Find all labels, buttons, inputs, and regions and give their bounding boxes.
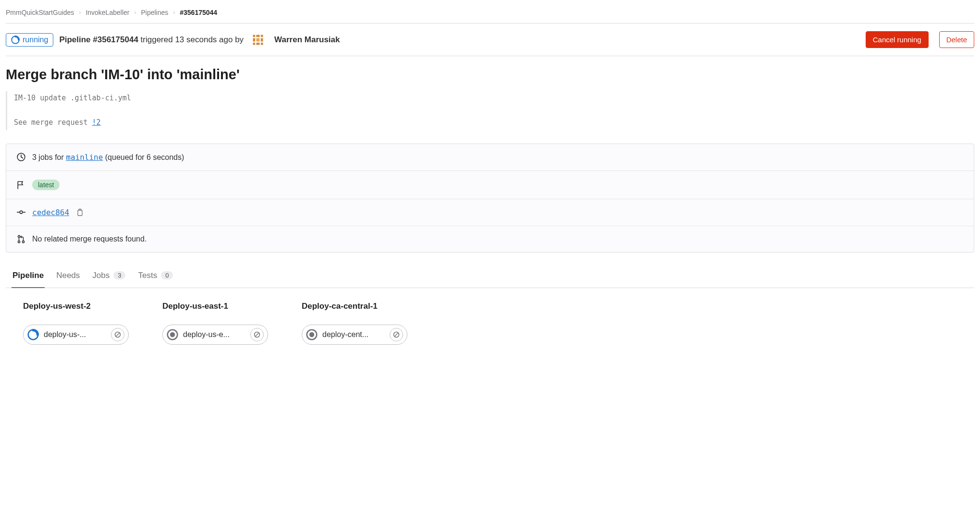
breadcrumb-item[interactable]: InvokeLabeller xyxy=(86,9,129,16)
svg-line-25 xyxy=(256,333,259,336)
commit-body-line: See merge request !2 xyxy=(14,117,974,129)
commit-row: cedec864 xyxy=(6,199,974,226)
merge-request-icon xyxy=(17,235,25,243)
breadcrumb-separator: › xyxy=(134,9,136,16)
job-name: deploy-us-... xyxy=(44,330,106,339)
job-pill[interactable]: deploy-cent... xyxy=(302,325,407,345)
cancel-job-icon[interactable] xyxy=(111,328,124,341)
cancel-job-icon[interactable] xyxy=(390,328,403,341)
breadcrumb-separator: › xyxy=(173,9,175,16)
svg-point-27 xyxy=(309,332,314,337)
commit-sha-link[interactable]: cedec864 xyxy=(32,208,69,217)
job-name: deploy-us-e... xyxy=(183,330,245,339)
branch-link[interactable]: mainline xyxy=(66,153,103,162)
pipeline-stages: Deploy-us-west-2 deploy-us-... Deploy-us… xyxy=(6,288,974,358)
avatar[interactable] xyxy=(251,33,265,47)
tab-tests[interactable]: Tests 0 xyxy=(137,264,174,288)
breadcrumb-item[interactable]: Pipelines xyxy=(141,9,168,16)
tabs: Pipeline Needs Jobs 3 Tests 0 xyxy=(6,264,974,288)
svg-point-23 xyxy=(170,332,175,337)
running-icon xyxy=(11,36,20,44)
stage-name: Deploy-ca-central-1 xyxy=(302,302,407,311)
pipeline-info-well: 3 jobs for mainline (queued for 6 second… xyxy=(6,144,974,253)
pipeline-title: Pipeline #356175044 triggered 13 seconds… xyxy=(59,35,244,45)
breadcrumb-current: #356175044 xyxy=(180,9,217,16)
delete-button[interactable]: Delete xyxy=(939,31,974,48)
tab-pipeline[interactable]: Pipeline xyxy=(12,264,45,288)
tab-needs[interactable]: Needs xyxy=(55,264,81,288)
svg-point-17 xyxy=(18,241,20,242)
clock-icon xyxy=(17,153,25,161)
svg-rect-8 xyxy=(253,42,256,45)
stage-column: Deploy-ca-central-1 deploy-cent... xyxy=(302,302,407,345)
stage-name: Deploy-us-west-2 xyxy=(23,302,129,311)
breadcrumb-separator: › xyxy=(79,9,81,16)
svg-point-12 xyxy=(20,211,23,214)
commit-description: IM-10 update .gitlab-ci.yml See merge re… xyxy=(6,91,974,130)
cancel-job-icon[interactable] xyxy=(250,328,264,341)
svg-rect-15 xyxy=(78,210,82,216)
copy-icon[interactable] xyxy=(76,208,84,216)
tags-row: latest xyxy=(6,171,974,199)
svg-rect-9 xyxy=(257,42,260,45)
jobs-info-row: 3 jobs for mainline (queued for 6 second… xyxy=(6,144,974,171)
stage-column: Deploy-us-west-2 deploy-us-... xyxy=(23,302,129,345)
svg-point-18 xyxy=(22,241,24,242)
merge-request-link[interactable]: !2 xyxy=(92,118,101,127)
author-name[interactable]: Warren Marusiak xyxy=(274,35,340,45)
pipeline-header: running Pipeline #356175044 triggered 13… xyxy=(6,24,974,56)
svg-rect-4 xyxy=(261,35,263,37)
svg-rect-6 xyxy=(257,38,260,41)
pending-icon xyxy=(167,329,178,340)
stage-name: Deploy-us-east-1 xyxy=(162,302,268,311)
cancel-running-button[interactable]: Cancel running xyxy=(866,31,929,48)
svg-rect-7 xyxy=(261,38,263,41)
job-pill[interactable]: deploy-us-e... xyxy=(162,325,268,345)
svg-rect-10 xyxy=(261,42,263,45)
pending-icon xyxy=(306,329,318,340)
breadcrumb-item[interactable]: PmmQuickStartGuides xyxy=(6,9,74,16)
svg-line-21 xyxy=(116,333,120,336)
running-icon xyxy=(27,329,39,340)
merge-requests-row: No related merge requests found. xyxy=(6,226,974,252)
commit-title: Merge branch 'IM-10' into 'mainline' xyxy=(6,67,974,83)
flag-icon xyxy=(17,181,25,189)
svg-line-29 xyxy=(395,333,398,336)
commit-body-line: IM-10 update .gitlab-ci.yml xyxy=(14,92,974,105)
job-pill[interactable]: deploy-us-... xyxy=(23,325,129,345)
breadcrumb: PmmQuickStartGuides › InvokeLabeller › P… xyxy=(6,6,974,24)
svg-rect-3 xyxy=(257,35,260,37)
tab-jobs[interactable]: Jobs 3 xyxy=(91,264,126,288)
svg-point-16 xyxy=(18,235,20,237)
status-badge[interactable]: running xyxy=(6,33,53,47)
status-label: running xyxy=(23,36,48,44)
jobs-count-badge: 3 xyxy=(113,271,125,279)
latest-badge: latest xyxy=(32,180,60,190)
tests-count-badge: 0 xyxy=(161,271,173,279)
svg-rect-5 xyxy=(253,38,256,41)
jobs-summary: 3 jobs for mainline (queued for 6 second… xyxy=(32,153,184,162)
svg-rect-2 xyxy=(253,35,256,37)
merge-requests-text: No related merge requests found. xyxy=(32,235,147,243)
job-name: deploy-cent... xyxy=(322,330,385,339)
commit-icon xyxy=(17,208,25,217)
stage-column: Deploy-us-east-1 deploy-us-e... xyxy=(162,302,268,345)
